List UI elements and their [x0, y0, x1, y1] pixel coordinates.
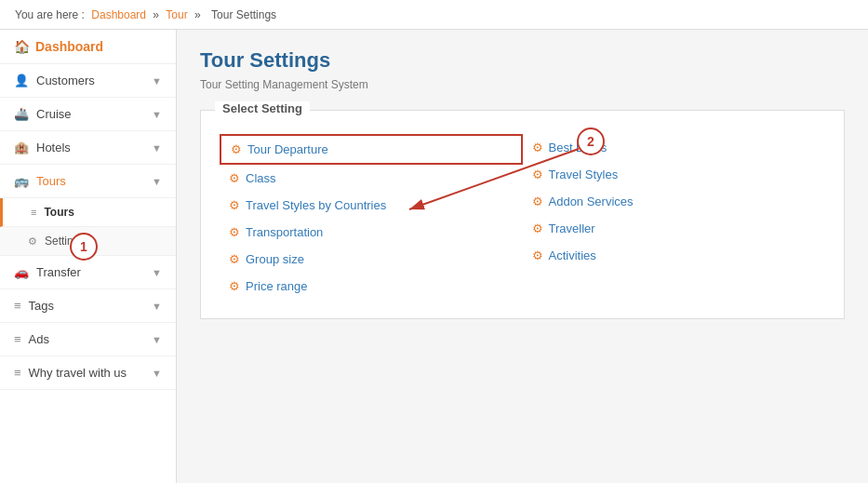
- annotation-circle-1: 1: [70, 233, 98, 261]
- setting-link-travel-styles[interactable]: ⚙ Travel Styles: [523, 161, 826, 188]
- cruise-icon: 🚢: [14, 107, 29, 121]
- sidebar-item-transfer[interactable]: 🚗 Transfer ▼: [0, 256, 176, 289]
- tags-icon: ≡: [14, 299, 21, 313]
- why-travel-icon: ≡: [14, 366, 21, 380]
- gear-icon-group-size: ⚙: [229, 252, 240, 266]
- label-price-range: Price range: [246, 279, 307, 293]
- page-subtitle: Tour Setting Management System: [200, 78, 845, 91]
- gear-icon-price-range: ⚙: [229, 279, 240, 293]
- setting-link-addon-services[interactable]: ⚙ Addon Services: [523, 188, 826, 215]
- setting-link-travel-styles-countries[interactable]: ⚙ Travel Styles by Countries: [220, 192, 523, 219]
- chevron-tags: ▼: [152, 301, 162, 312]
- setting-grid: ⚙ Tour Departure ⚙ Class ⚙ Travel Styles…: [220, 134, 825, 300]
- customers-icon: 👤: [14, 74, 29, 87]
- label-activities: Activities: [549, 248, 596, 262]
- chevron-customers: ▼: [152, 75, 162, 87]
- dashboard-link[interactable]: 🏠 Dashboard: [14, 39, 162, 54]
- chevron-hotels: ▼: [152, 142, 162, 154]
- sidebar-submenu-tours-label: Tours: [44, 206, 73, 219]
- label-tour-departure: Tour Departure: [247, 142, 328, 156]
- setting-link-transportation[interactable]: ⚙ Transportation: [220, 219, 523, 246]
- sidebar-item-hotels[interactable]: 🏨 Hotels ▼: [0, 131, 176, 165]
- sidebar-item-cruise[interactable]: 🚢 Cruise ▼: [0, 98, 176, 131]
- sidebar-submenu-tours-list[interactable]: ≡ Tours: [0, 198, 176, 227]
- breadcrumb-tour[interactable]: Tour: [166, 8, 187, 21]
- breadcrumb: You are here : Dashboard » Tour » Tour S…: [0, 0, 868, 30]
- tours-list-icon: ≡: [31, 207, 36, 218]
- settings-right-col: ⚙ Best Deals ⚙ Travel Styles ⚙ Addon Ser…: [523, 134, 826, 300]
- sidebar-item-why-travel[interactable]: ≡ Why travel with us ▼: [0, 356, 176, 390]
- gear-icon-class: ⚙: [229, 171, 240, 185]
- home-icon: 🏠: [14, 39, 30, 54]
- label-transportation: Transportation: [246, 225, 323, 239]
- sidebar-item-tours[interactable]: 🚌 Tours ▼: [0, 165, 176, 198]
- chevron-cruise: ▼: [152, 109, 162, 120]
- sidebar-label-customers: Customers: [36, 74, 95, 87]
- breadcrumb-dashboard[interactable]: Dashboard: [91, 8, 146, 21]
- setting-link-price-range[interactable]: ⚙ Price range: [220, 273, 523, 300]
- label-travel-styles-countries: Travel Styles by Countries: [246, 198, 386, 212]
- label-class: Class: [246, 171, 276, 185]
- main-content: Tour Settings Tour Setting Management Sy…: [177, 30, 868, 483]
- page-title: Tour Settings: [200, 48, 845, 73]
- tours-icon: 🚌: [14, 174, 29, 188]
- gear-icon-tour-departure: ⚙: [231, 142, 242, 156]
- setting-icon: ⚙: [28, 235, 37, 248]
- label-traveller: Traveller: [549, 221, 595, 235]
- chevron-why-travel: ▼: [152, 368, 162, 379]
- sidebar-label-ads: Ads: [29, 332, 49, 346]
- gear-icon-best-deals: ⚙: [532, 141, 543, 154]
- sidebar-label-hotels: Hotels: [36, 141, 71, 154]
- setting-link-traveller[interactable]: ⚙ Traveller: [523, 215, 826, 242]
- gear-icon-traveller: ⚙: [532, 221, 543, 235]
- gear-icon-transportation: ⚙: [229, 225, 240, 239]
- hotels-icon: 🏨: [14, 141, 29, 154]
- sidebar-label-transfer: Transfer: [36, 265, 81, 279]
- settings-left-col: ⚙ Tour Departure ⚙ Class ⚙ Travel Styles…: [220, 134, 523, 300]
- ads-icon: ≡: [14, 332, 21, 346]
- transfer-icon: 🚗: [14, 265, 29, 279]
- setting-link-group-size[interactable]: ⚙ Group size: [220, 246, 523, 273]
- dashboard-label: Dashboard: [35, 39, 103, 54]
- label-travel-styles: Travel Styles: [549, 168, 619, 181]
- breadcrumb-you-are-here: You are here :: [15, 8, 85, 21]
- sidebar-label-tags: Tags: [29, 299, 54, 313]
- label-addon-services: Addon Services: [549, 195, 634, 208]
- select-setting-box: Select Setting ⚙ Tour Departure ⚙ Class …: [200, 110, 845, 319]
- sidebar-item-tags[interactable]: ≡ Tags ▼: [0, 289, 176, 323]
- sidebar-label-tours: Tours: [36, 174, 66, 188]
- sidebar-label-cruise: Cruise: [36, 107, 72, 121]
- annotation-circle-2: 2: [577, 127, 605, 155]
- chevron-transfer: ▼: [152, 267, 162, 278]
- gear-icon-addon-services: ⚙: [532, 195, 543, 208]
- sidebar-item-customers[interactable]: 👤 Customers ▼: [0, 64, 176, 98]
- setting-link-class[interactable]: ⚙ Class: [220, 165, 523, 192]
- gear-icon-travel-styles: ⚙: [532, 168, 543, 181]
- setting-link-best-deals[interactable]: ⚙ Best Deals: [523, 134, 826, 161]
- label-group-size: Group size: [246, 252, 304, 266]
- setting-link-tour-departure[interactable]: ⚙ Tour Departure: [220, 134, 523, 165]
- chevron-ads: ▼: [152, 334, 162, 345]
- sidebar-label-why-travel: Why travel with us: [29, 366, 127, 380]
- sidebar-header: 🏠 Dashboard: [0, 30, 176, 63]
- chevron-tours: ▼: [152, 176, 162, 187]
- select-setting-title: Select Setting: [215, 101, 310, 115]
- sidebar-item-ads[interactable]: ≡ Ads ▼: [0, 323, 176, 356]
- breadcrumb-current: Tour Settings: [211, 8, 276, 21]
- gear-icon-travel-styles-countries: ⚙: [229, 198, 240, 212]
- setting-link-activities[interactable]: ⚙ Activities: [523, 242, 826, 269]
- gear-icon-activities: ⚙: [532, 248, 543, 262]
